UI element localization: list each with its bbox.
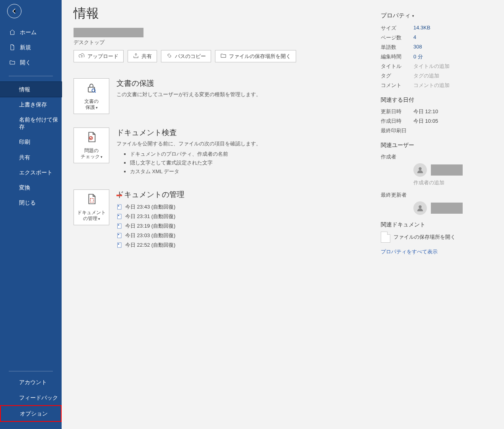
share-icon <box>133 52 139 60</box>
nav-close-label: 閉じる <box>19 199 36 206</box>
svg-point-15 <box>419 205 422 208</box>
nav-save-as[interactable]: 名前を付けて保存 <box>0 112 62 134</box>
version-item[interactable]: 今日 23:43 (自動回復) <box>116 202 184 212</box>
svg-rect-7 <box>118 215 119 216</box>
svg-rect-11 <box>118 234 119 235</box>
upload-button[interactable]: アップロード <box>74 50 124 62</box>
check-issues-button[interactable]: 問題のチェック▾ <box>74 128 109 163</box>
prop-edittime-value: 0 分 <box>413 53 423 60</box>
related-dates-heading: 関連する日付 <box>381 97 492 104</box>
lastmod-name-redacted <box>431 203 463 214</box>
version-item[interactable]: 今日 23:03 (自動回復) <box>116 231 184 240</box>
backstage-sidebar: ホーム 新規 開く 情報 上書き保存 名前を付けて保存 印刷 共有 エクスポート… <box>0 0 62 429</box>
inspect-item: ドキュメントのプロパティ、作成者の名前 <box>130 150 261 158</box>
nav-new[interactable]: 新規 <box>0 40 62 55</box>
inspect-item: 隠し文字として書式設定された文字 <box>130 158 261 167</box>
folder-open-icon <box>9 59 16 66</box>
nav-account-label: アカウント <box>19 379 47 386</box>
prop-edittime-label: 編集時間 <box>381 53 413 60</box>
svg-rect-5 <box>118 205 119 207</box>
copy-path-button[interactable]: パスのコピー <box>161 50 211 62</box>
nav-info[interactable]: 情報 <box>0 82 62 97</box>
inspect-item: カスタム XML データ <box>130 167 261 176</box>
file-name-redacted <box>74 28 143 37</box>
prop-comment-label: コメント <box>381 82 413 89</box>
properties-pane: プロパティ▾ サイズ14.3KB ページ数4 単語数308 編集時間0 分 タイ… <box>373 0 504 429</box>
nav-save[interactable]: 上書き保存 <box>0 97 62 112</box>
page-title: 情報 <box>74 5 365 22</box>
folder-icon <box>220 52 227 60</box>
prop-author-label: 作成者 <box>381 153 413 160</box>
nav-transform[interactable]: 変換 <box>0 180 62 195</box>
prop-tag-label: タグ <box>381 72 413 79</box>
version-list: 今日 23:43 (自動回復) 今日 23:31 (自動回復) 今日 23:19… <box>116 202 184 250</box>
prop-tag-value[interactable]: タグの追加 <box>413 72 439 79</box>
prop-created-value: 今日 10:05 <box>413 118 438 125</box>
manage-title: ドキュメントの管理 <box>116 189 184 200</box>
protect-document-button[interactable]: 文書の保護▾ <box>74 78 109 114</box>
version-item[interactable]: 今日 23:31 (自動回復) <box>116 212 184 221</box>
nav-info-label: 情報 <box>19 86 30 93</box>
nav-print[interactable]: 印刷 <box>0 134 62 149</box>
prop-title-value[interactable]: タイトルの追加 <box>413 63 450 70</box>
properties-dropdown[interactable]: プロパティ▾ <box>381 12 414 19</box>
nav-options[interactable]: オプション <box>0 405 62 422</box>
link-icon <box>166 52 173 60</box>
prop-comment-value[interactable]: コメントの追加 <box>413 82 450 89</box>
open-location-button[interactable]: ファイルの保存場所を開く <box>215 50 296 62</box>
copy-path-label: パスのコピー <box>175 53 206 60</box>
prop-title-label: タイトル <box>381 63 413 70</box>
author-entry[interactable] <box>413 163 492 177</box>
nav-save-as-label: 名前を付けて保存 <box>19 116 59 130</box>
version-item[interactable]: 今日 22:52 (自動回復) <box>116 240 184 250</box>
manage-document-button[interactable]: ドキュメントの管理▾ <box>74 189 109 225</box>
document-check-icon <box>85 131 98 145</box>
nav-export[interactable]: エクスポート <box>0 165 62 180</box>
open-file-location-link[interactable]: ファイルの保存場所を開く <box>381 232 492 243</box>
nav-export-label: エクスポート <box>19 169 52 176</box>
nav-options-label: オプション <box>20 410 48 417</box>
annotation-mark <box>116 195 122 196</box>
prop-pages-label: ページ数 <box>381 34 413 41</box>
nav-share-label: 共有 <box>19 154 30 161</box>
share-label: 共有 <box>142 53 152 60</box>
prop-modified-label: 更新日時 <box>381 108 413 115</box>
nav-share[interactable]: 共有 <box>0 150 62 165</box>
svg-rect-0 <box>88 87 95 92</box>
lastmod-entry[interactable] <box>413 201 492 215</box>
prop-size-value[interactable]: 14.3KB <box>413 25 430 32</box>
prop-modified-value: 今日 12:10 <box>413 108 438 115</box>
nav-print-label: 印刷 <box>19 138 30 145</box>
prop-words-value: 308 <box>413 44 422 51</box>
svg-rect-3 <box>90 199 93 202</box>
nav-open[interactable]: 開く <box>0 55 62 70</box>
nav-close[interactable]: 閉じる <box>0 195 62 210</box>
open-location-label: ファイルの保存場所を開く <box>229 53 291 60</box>
prop-words-label: 単語数 <box>381 44 413 51</box>
related-docs-heading: 関連ドキュメント <box>381 221 492 228</box>
svg-rect-10 <box>118 233 121 238</box>
cloud-upload-icon <box>79 52 85 60</box>
prop-printed-label: 最終印刷日 <box>381 127 413 134</box>
nav-feedback[interactable]: フィードバック <box>0 390 62 405</box>
inspect-desc: ファイルを公開する前に、ファイルの次の項目を確認します。 <box>116 140 261 147</box>
nav-divider <box>9 76 53 76</box>
person-icon <box>413 201 427 215</box>
svg-rect-4 <box>118 205 121 209</box>
svg-rect-13 <box>118 243 119 245</box>
version-item[interactable]: 今日 23:19 (自動回復) <box>116 221 184 231</box>
lock-icon <box>85 81 98 96</box>
nav-home[interactable]: ホーム <box>0 25 62 40</box>
protect-title: 文書の保護 <box>116 78 261 89</box>
author-name-redacted <box>431 164 463 176</box>
add-author-link[interactable]: 作成者の追加 <box>413 178 492 190</box>
inspect-title: ドキュメント検査 <box>116 128 261 138</box>
upload-label: アップロード <box>87 53 118 60</box>
nav-account[interactable]: アカウント <box>0 375 62 390</box>
svg-rect-12 <box>118 243 121 247</box>
prop-pages-value: 4 <box>413 34 416 41</box>
document-manage-icon <box>85 193 98 207</box>
back-button[interactable] <box>7 4 21 18</box>
share-button[interactable]: 共有 <box>128 50 157 62</box>
show-all-properties-link[interactable]: プロパティをすべて表示 <box>381 248 492 255</box>
